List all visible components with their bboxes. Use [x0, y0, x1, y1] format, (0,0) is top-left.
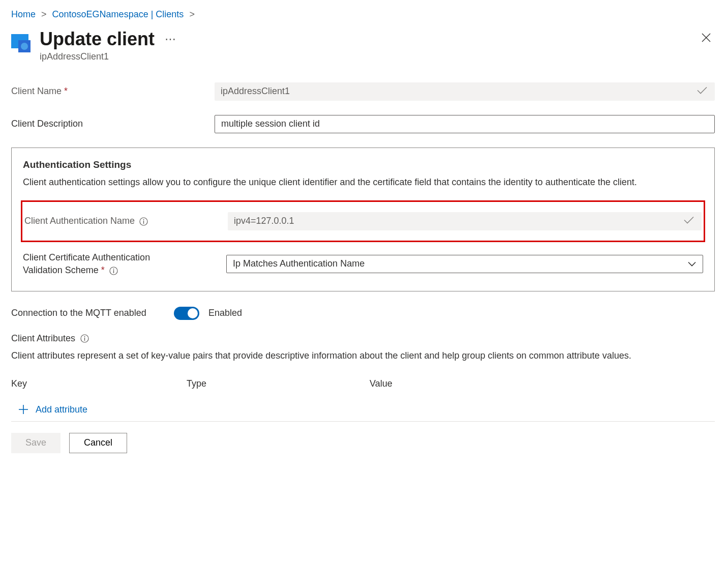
attributes-columns: Key Type Value: [11, 378, 715, 389]
client-description-row: Client Description: [11, 115, 715, 133]
validation-scheme-label: Client Certificate Authentication Valida…: [23, 251, 226, 277]
svg-point-6: [143, 219, 144, 220]
svg-rect-13: [84, 338, 85, 341]
footer-bar: Save Cancel: [11, 421, 715, 453]
info-icon[interactable]: [139, 217, 148, 226]
breadcrumb-namespace[interactable]: ContosoEGNamespace | Clients: [52, 9, 184, 19]
breadcrumb: Home > ContosoEGNamespace | Clients >: [11, 9, 715, 20]
client-attributes-heading: Client Attributes: [11, 333, 715, 344]
validation-scheme-value: Ip Matches Authentication Name: [233, 258, 365, 269]
plus-icon: [18, 404, 28, 415]
client-description-label: Client Description: [11, 119, 215, 129]
auth-name-highlight: Client Authentication Name: [21, 200, 705, 242]
col-type: Type: [187, 378, 370, 389]
client-description-input[interactable]: [215, 115, 715, 133]
validated-icon: [683, 216, 694, 226]
mqtt-toggle[interactable]: [174, 307, 199, 320]
client-icon: [11, 32, 33, 53]
breadcrumb-separator: >: [38, 9, 50, 19]
add-attribute-label: Add attribute: [36, 404, 87, 415]
svg-point-12: [84, 336, 85, 337]
client-name-label: Client Name *: [11, 86, 215, 97]
more-actions-button[interactable]: ⋯: [165, 33, 177, 46]
svg-rect-7: [143, 221, 144, 224]
page-subtitle: ipAddressClient1: [40, 51, 698, 62]
validated-icon: [697, 86, 708, 97]
breadcrumb-separator: >: [186, 9, 198, 19]
save-button: Save: [11, 433, 60, 453]
info-icon[interactable]: [109, 267, 118, 275]
client-name-input: [215, 82, 715, 101]
auth-settings-title: Authentication Settings: [23, 159, 703, 170]
validation-scheme-row: Client Certificate Authentication Valida…: [23, 251, 703, 277]
close-button[interactable]: [698, 29, 715, 49]
chevron-down-icon: [688, 258, 696, 269]
client-attributes-desc: Client attributes represent a set of key…: [11, 349, 715, 363]
auth-name-input: [228, 212, 702, 230]
page-header: Update client ⋯ ipAddressClient1: [11, 29, 715, 62]
svg-rect-10: [113, 270, 114, 273]
close-icon: [701, 32, 712, 43]
auth-name-label: Client Authentication Name: [24, 216, 228, 226]
mqtt-toggle-state: Enabled: [208, 308, 242, 318]
validation-scheme-select[interactable]: Ip Matches Authentication Name: [226, 255, 703, 273]
client-name-row: Client Name *: [11, 82, 715, 101]
add-attribute-button[interactable]: Add attribute: [11, 404, 715, 415]
col-value: Value: [370, 378, 715, 389]
svg-point-2: [21, 43, 28, 50]
svg-point-9: [113, 269, 114, 270]
auth-settings-desc: Client authentication settings allow you…: [23, 175, 703, 189]
mqtt-toggle-label: Connection to the MQTT enabled: [11, 308, 174, 318]
cancel-button[interactable]: Cancel: [69, 433, 127, 453]
page-title: Update client: [40, 29, 155, 49]
auth-settings-box: Authentication Settings Client authentic…: [11, 148, 715, 291]
breadcrumb-home[interactable]: Home: [11, 9, 36, 19]
mqtt-toggle-row: Connection to the MQTT enabled Enabled: [11, 307, 715, 320]
col-key: Key: [11, 378, 187, 389]
info-icon[interactable]: [80, 334, 89, 343]
